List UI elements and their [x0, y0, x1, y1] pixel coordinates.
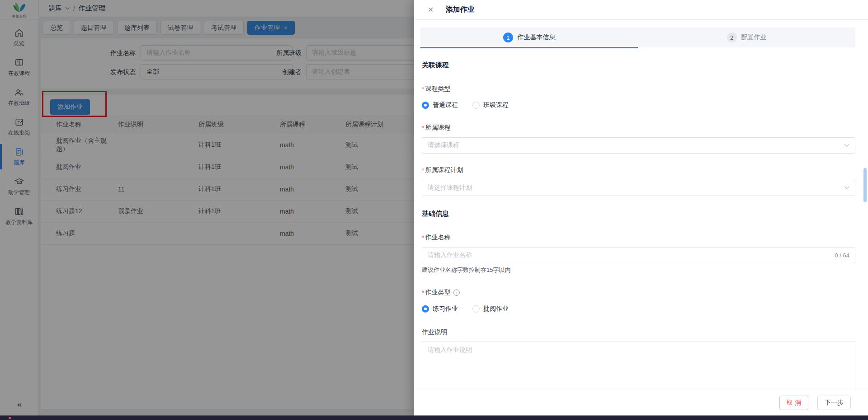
step-label: 配置作业	[741, 33, 767, 42]
radio-unselected-icon	[472, 305, 480, 313]
homework-desc-label: 作业说明	[422, 328, 855, 336]
drawer-footer: 取 消 下一步	[414, 390, 868, 415]
course-type-radio-group: 普通课程 班级课程	[422, 101, 855, 109]
name-helper-text: 建议作业名称字数控制在15字以内	[422, 266, 855, 274]
chevron-down-icon	[844, 144, 849, 147]
section-heading-basic-info: 基础信息	[422, 210, 855, 218]
add-homework-drawer: ✕ 添加作业 1 作业基本信息 2 配置作业 关联课程 课程类型 普通课程	[414, 0, 868, 415]
select-placeholder: 请选择课程计划	[428, 184, 472, 192]
drawer-form: 关联课程 课程类型 普通课程 班级课程 所属课程 请选择课程 所属课程计划 请选…	[414, 47, 868, 390]
radio-class-course[interactable]: 班级课程	[472, 101, 509, 109]
step-number-badge: 2	[727, 33, 737, 42]
radio-practice-homework[interactable]: 练习作业	[422, 305, 458, 313]
radio-selected-icon	[422, 102, 429, 109]
course-label: 所属课程	[422, 124, 855, 132]
step-number-badge: 1	[503, 33, 513, 42]
select-placeholder: 请选择课程	[428, 141, 459, 149]
step-configure: 2 配置作业	[638, 33, 855, 42]
radio-normal-course[interactable]: 普通课程	[422, 101, 458, 109]
chevron-down-icon	[844, 186, 849, 190]
step-label: 作业基本信息	[518, 33, 556, 42]
textarea-placeholder: 请输入作业说明	[428, 346, 472, 353]
drawer-header: ✕ 添加作业	[414, 0, 868, 20]
step-basic-info: 1 作业基本信息	[420, 33, 638, 42]
steps-bar: 1 作业基本信息 2 配置作业	[420, 28, 855, 47]
radio-unselected-icon	[472, 102, 480, 109]
course-plan-label: 所属课程计划	[422, 166, 855, 174]
label-text: 作业类型	[425, 289, 450, 297]
homework-desc-textarea[interactable]: 请输入作业说明	[422, 341, 855, 390]
radio-label: 普通课程	[433, 101, 458, 109]
homework-type-label: 作业类型 i	[422, 289, 855, 297]
char-counter: 0 / 64	[835, 252, 849, 259]
course-type-label: 课程类型	[422, 85, 855, 93]
screen: 泰兰在线 总览 在教课程 在教班级 在线批阅 题库	[0, 0, 868, 420]
section-heading-related-course: 关联课程	[422, 61, 855, 70]
taskbar-strip	[0, 415, 868, 420]
radio-label: 练习作业	[433, 305, 458, 313]
close-icon[interactable]: ✕	[428, 5, 434, 14]
course-select[interactable]: 请选择课程	[422, 137, 855, 154]
course-plan-select[interactable]: 请选择课程计划	[422, 180, 855, 196]
radio-label: 班级课程	[483, 101, 509, 109]
info-icon[interactable]: i	[453, 289, 460, 296]
taskbar-red-dot	[9, 417, 11, 419]
homework-type-radio-group: 练习作业 批阅作业	[422, 305, 855, 313]
next-step-button[interactable]: 下一步	[817, 396, 851, 410]
radio-label: 批阅作业	[483, 305, 509, 313]
input-placeholder: 请输入作业名称	[428, 251, 472, 259]
drawer-scrollbar-thumb[interactable]	[863, 168, 867, 202]
cancel-button[interactable]: 取 消	[779, 396, 808, 410]
drawer-title: 添加作业	[445, 5, 474, 14]
radio-review-homework[interactable]: 批阅作业	[472, 305, 509, 313]
homework-name-field[interactable]: 请输入作业名称 0 / 64	[422, 247, 855, 263]
radio-selected-icon	[422, 305, 429, 313]
homework-name-label: 作业名称	[422, 233, 855, 242]
